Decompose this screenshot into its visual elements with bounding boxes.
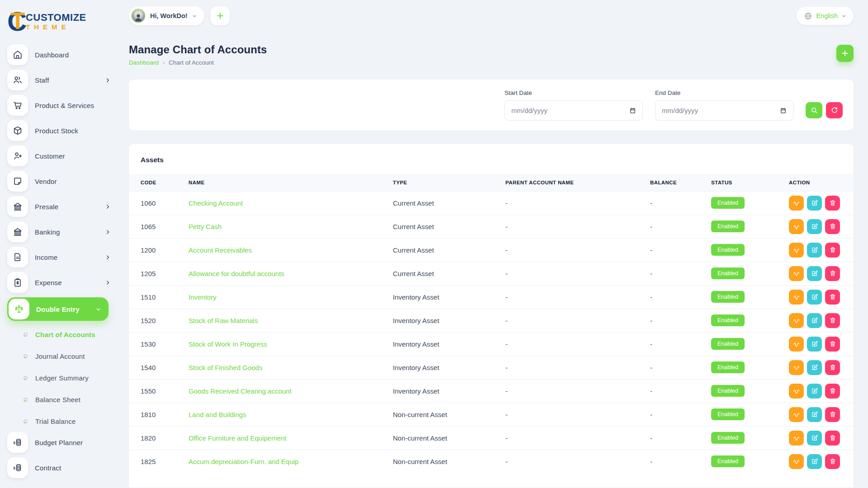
transactions-button[interactable] xyxy=(789,360,804,375)
sidebar-item-contract[interactable]: $Contract xyxy=(7,457,120,478)
status-badge: Enabled xyxy=(711,361,745,373)
sidebar-item-income[interactable]: Income xyxy=(7,247,120,267)
transactions-button[interactable] xyxy=(789,337,804,352)
account-name-link[interactable]: Land and Buildings xyxy=(189,411,246,418)
status-badge: Enabled xyxy=(711,267,745,279)
edit-button[interactable] xyxy=(807,266,822,281)
delete-button[interactable] xyxy=(825,266,840,281)
language-selector[interactable]: English xyxy=(797,7,854,25)
sidebar-item-banking[interactable]: Banking xyxy=(7,221,120,242)
delete-button[interactable] xyxy=(825,243,840,258)
globe-icon xyxy=(804,12,812,20)
breadcrumb-dashboard[interactable]: Dashboard xyxy=(129,59,159,66)
account-name-link[interactable]: Office Furniture and Equipement xyxy=(189,434,287,442)
sidebar-item-customer[interactable]: Customer xyxy=(7,145,120,166)
start-date-input[interactable]: mm/dd/yyyy xyxy=(505,100,643,121)
account-name-link[interactable]: Inventory xyxy=(189,293,217,301)
delete-button[interactable] xyxy=(825,407,840,422)
edit-button[interactable] xyxy=(807,431,822,446)
sidebar-item-double-entry[interactable]: Double Entry xyxy=(7,297,108,321)
user-menu[interactable]: Hi, WorkDo! xyxy=(129,6,204,25)
plus-icon xyxy=(841,49,849,57)
edit-button[interactable] xyxy=(807,384,822,399)
edit-button[interactable] xyxy=(807,290,822,305)
delete-button[interactable] xyxy=(825,431,840,446)
sidebar-subitem-journal-account[interactable]: Journal Account xyxy=(7,345,120,367)
sidebar-item-expense[interactable]: Expense xyxy=(7,272,120,293)
end-date-input[interactable]: mm/dd/yyyy xyxy=(655,100,793,121)
table-header-row: CODENAMETYPEPARENT ACCOUNT NAMEBALANCEST… xyxy=(129,174,854,191)
sidebar-subitem-trial-balance[interactable]: Trial Balance xyxy=(7,410,120,432)
delete-button[interactable] xyxy=(825,313,840,328)
edit-button[interactable] xyxy=(807,454,822,469)
edit-button[interactable] xyxy=(807,219,822,234)
column-header-parent-account-name: PARENT ACCOUNT NAME xyxy=(505,174,650,191)
transactions-button[interactable] xyxy=(789,407,804,422)
brand-logo[interactable]: CT CUSTOMIZE THEME xyxy=(7,5,120,38)
transactions-button[interactable] xyxy=(789,313,804,328)
account-name-link[interactable]: Stock of Finished Goods xyxy=(189,364,262,371)
table-row: 1530Stock of Work In ProgressInventory A… xyxy=(129,332,854,356)
sidebar-nav: DashboardStaffProduct & ServicesProduct … xyxy=(7,44,120,478)
column-header-action: ACTION xyxy=(789,174,854,191)
add-account-button[interactable] xyxy=(836,45,854,62)
table-row: 1205Allowance for doubtful accountsCurre… xyxy=(129,262,854,285)
delete-button[interactable] xyxy=(825,454,840,469)
account-name-link[interactable]: Allowance for doubtful accounts xyxy=(189,270,284,277)
sidebar-item-dashboard[interactable]: Dashboard xyxy=(7,44,120,65)
edit-button[interactable] xyxy=(807,360,822,375)
account-name-link[interactable]: Stock of Raw Materials xyxy=(189,317,258,324)
account-name-link[interactable]: Goods Received Clearing account xyxy=(189,387,292,395)
transactions-button[interactable] xyxy=(789,431,804,446)
cell-actions xyxy=(789,450,854,473)
sidebar-subitem-chart-of-accounts[interactable]: Chart of Accounts xyxy=(7,324,120,345)
section-title: Assets xyxy=(141,156,854,164)
delete-button[interactable] xyxy=(825,360,840,375)
chevron-right-icon xyxy=(105,280,111,286)
edit-button[interactable] xyxy=(807,243,822,258)
sidebar-subitem-balance-sheet[interactable]: Balance Sheet xyxy=(7,389,120,410)
cell-type: Inventory Asset xyxy=(393,332,505,356)
delete-button[interactable] xyxy=(825,337,840,352)
cell-balance: - xyxy=(650,332,711,356)
end-date-label: End Date xyxy=(655,89,793,96)
account-name-link[interactable]: Petty Cash xyxy=(189,223,222,230)
cell-code: 1550 xyxy=(129,379,189,403)
search-button[interactable] xyxy=(806,102,822,118)
delete-button[interactable] xyxy=(825,196,840,211)
edit-button[interactable] xyxy=(807,337,822,352)
transactions-button[interactable] xyxy=(789,243,804,258)
transactions-button[interactable] xyxy=(789,290,804,305)
sidebar-subitem-ledger-summary[interactable]: Ledger Summary xyxy=(7,367,120,389)
edit-button[interactable] xyxy=(807,313,822,328)
transactions-button[interactable] xyxy=(789,384,804,399)
sidebar-item-staff[interactable]: Staff xyxy=(7,70,120,90)
account-name-link[interactable]: Checking Account xyxy=(189,199,243,207)
status-badge: Enabled xyxy=(711,244,745,256)
sidebar-item-vendor[interactable]: Vendor xyxy=(7,171,120,192)
start-date-field: Start Date mm/dd/yyyy xyxy=(505,89,643,121)
delete-button[interactable] xyxy=(825,219,840,234)
cell-code: 1065 xyxy=(129,215,189,238)
transactions-button[interactable] xyxy=(789,266,804,281)
delete-button[interactable] xyxy=(825,384,840,399)
calendar-icon[interactable] xyxy=(629,107,636,114)
transactions-button[interactable] xyxy=(789,196,804,211)
edit-button[interactable] xyxy=(807,407,822,422)
sidebar-item-budget-planner[interactable]: $Budget Planner xyxy=(7,432,120,453)
chevron-right-icon xyxy=(105,204,111,210)
sidebar-item-product-services[interactable]: Product & Services xyxy=(7,95,120,116)
sidebar-item-presale[interactable]: Presale xyxy=(7,196,120,217)
calendar-icon[interactable] xyxy=(780,107,787,114)
transactions-button[interactable] xyxy=(789,219,804,234)
workspace-add-button[interactable] xyxy=(211,6,230,25)
account-name-link[interactable]: Account Receivables xyxy=(189,246,252,254)
sidebar-item-product-stock[interactable]: Product Stock xyxy=(7,120,120,141)
reset-button[interactable] xyxy=(826,102,843,118)
transactions-button[interactable] xyxy=(789,454,804,469)
account-name-link[interactable]: Stock of Work In Progress xyxy=(189,340,267,348)
delete-button[interactable] xyxy=(825,290,840,305)
account-name-link[interactable]: Accum.depreciation-Furn. and Equip xyxy=(189,458,298,465)
cell-parent: - xyxy=(505,215,650,238)
edit-button[interactable] xyxy=(807,196,822,211)
